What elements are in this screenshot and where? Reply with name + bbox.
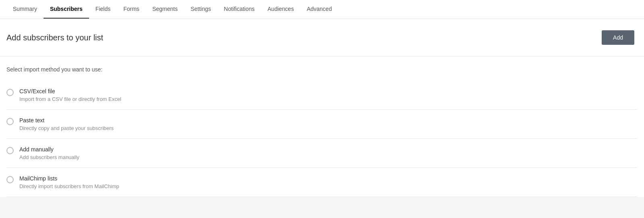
- page-header: Add subscribers to your list Add: [0, 19, 644, 57]
- radio-csv[interactable]: [6, 89, 14, 96]
- option-text-csv: CSV/Excel file Import from a CSV file or…: [19, 88, 121, 102]
- import-option-manual[interactable]: Add manually Add subscribers manually: [6, 139, 638, 168]
- option-title-mailchimp: MailChimp lists: [19, 175, 119, 182]
- option-title-paste: Paste text: [19, 117, 114, 124]
- option-desc-csv: Import from a CSV file or directly from …: [19, 96, 121, 102]
- nav-tabs: Summary Subscribers Fields Forms Segment…: [6, 0, 338, 19]
- tab-advanced[interactable]: Advanced: [300, 0, 338, 19]
- import-option-csv[interactable]: CSV/Excel file Import from a CSV file or…: [6, 81, 638, 110]
- nav-bar: Summary Subscribers Fields Forms Segment…: [0, 0, 644, 19]
- tab-subscribers[interactable]: Subscribers: [44, 0, 89, 19]
- option-desc-paste: Directly copy and paste your subscribers: [19, 125, 114, 131]
- main-content: Add subscribers to your list Add Select …: [0, 19, 644, 197]
- tab-notifications[interactable]: Notifications: [218, 0, 261, 19]
- tab-segments[interactable]: Segments: [146, 0, 184, 19]
- radio-mailchimp[interactable]: [6, 176, 14, 183]
- option-text-mailchimp: MailChimp lists Directly import subscrib…: [19, 175, 119, 189]
- page-title: Add subscribers to your list: [6, 33, 103, 42]
- add-button[interactable]: Add: [602, 30, 634, 45]
- radio-manual[interactable]: [6, 147, 14, 154]
- option-desc-manual: Add subscribers manually: [19, 154, 79, 160]
- option-text-paste: Paste text Directly copy and paste your …: [19, 117, 114, 131]
- tab-fields[interactable]: Fields: [89, 0, 117, 19]
- option-text-manual: Add manually Add subscribers manually: [19, 146, 79, 160]
- radio-paste[interactable]: [6, 118, 14, 125]
- import-option-paste[interactable]: Paste text Directly copy and paste your …: [6, 110, 638, 139]
- import-option-mailchimp[interactable]: MailChimp lists Directly import subscrib…: [6, 168, 638, 197]
- tab-summary[interactable]: Summary: [6, 0, 44, 19]
- tab-forms[interactable]: Forms: [117, 0, 146, 19]
- option-title-csv: CSV/Excel file: [19, 88, 121, 94]
- tab-settings[interactable]: Settings: [184, 0, 218, 19]
- option-title-manual: Add manually: [19, 146, 79, 153]
- import-section: Select import method you want to use: CS…: [0, 57, 644, 197]
- tab-audiences[interactable]: Audiences: [261, 0, 300, 19]
- option-desc-mailchimp: Directly import subscribers from MailChi…: [19, 183, 119, 189]
- import-label: Select import method you want to use:: [6, 66, 638, 73]
